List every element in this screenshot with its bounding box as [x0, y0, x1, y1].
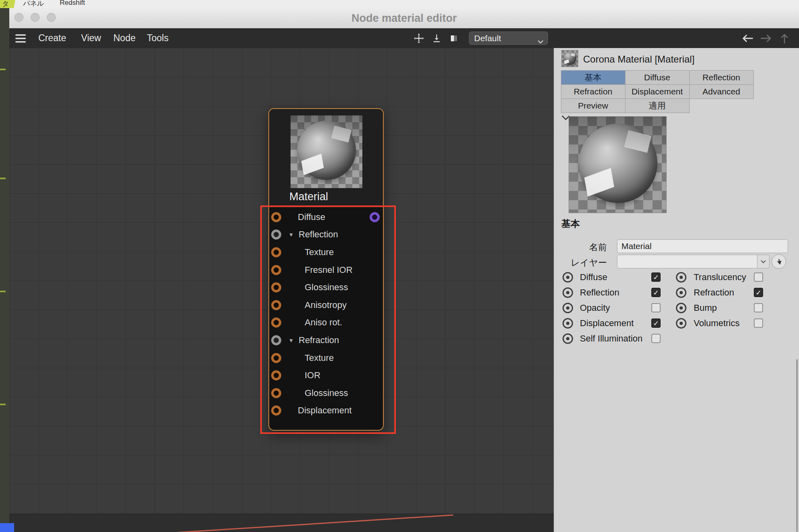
mode-dropdown[interactable]: Default — [469, 31, 548, 45]
channel-row: Self Illumination — [554, 331, 799, 346]
channel-checkbox-refraction[interactable] — [754, 288, 763, 297]
channel-label: Bump — [694, 300, 717, 316]
annotation-highlight-rectangle — [260, 205, 396, 434]
inspector-title: Corona Material [Material] — [583, 54, 694, 65]
background-tick — [0, 404, 6, 405]
channel-checkbox-bump[interactable] — [754, 303, 763, 312]
up-icon[interactable] — [778, 32, 791, 44]
background-app-edge — [0, 8, 9, 532]
tab-basic[interactable]: 基本 — [561, 70, 625, 85]
hamburger-icon[interactable] — [15, 32, 27, 44]
tab-apply[interactable]: 適用 — [625, 98, 690, 113]
tab-refraction[interactable]: Refraction — [561, 84, 625, 99]
tab-displacement[interactable]: Displacement — [625, 84, 690, 99]
shade-overlay — [569, 117, 666, 213]
material-preview — [569, 116, 667, 213]
channel-socket-icon[interactable] — [676, 318, 686, 329]
layer-dropdown-button[interactable] — [757, 255, 770, 268]
layer-pick-button[interactable] — [772, 254, 786, 269]
menu-create[interactable]: Create — [38, 28, 66, 48]
inspector-tabs: 基本 Diffuse Reflection Refraction Displac… — [561, 70, 753, 113]
channel-socket-icon[interactable] — [563, 333, 573, 344]
tab-preview[interactable]: Preview — [561, 98, 625, 113]
background-tick — [0, 69, 6, 70]
channel-row: Displacement Volumetrics — [554, 316, 799, 331]
window-title: Node material editor — [9, 8, 799, 28]
background-text: パネル — [23, 0, 44, 8]
name-input[interactable] — [617, 239, 788, 253]
channel-label: Volumetrics — [694, 316, 740, 331]
background-text: Redshift — [60, 0, 85, 7]
node-preview-thumbnail — [291, 115, 362, 188]
split-view-icon[interactable] — [448, 32, 460, 44]
forward-icon[interactable] — [760, 32, 772, 44]
channel-label: Refraction — [694, 285, 734, 300]
background-blue-rect — [0, 523, 14, 532]
channel-checkbox-opacity[interactable] — [651, 303, 661, 312]
background-tick — [0, 291, 6, 292]
channel-socket-icon[interactable] — [563, 318, 573, 329]
node-title: Material — [289, 191, 328, 203]
attribute-inspector-panel: Corona Material [Material] 基本 Diffuse Re… — [554, 48, 799, 532]
channel-label: Displacement — [580, 316, 634, 331]
layer-field-label: レイヤー — [556, 257, 607, 269]
layer-input[interactable] — [617, 255, 757, 268]
tab-diffuse[interactable]: Diffuse — [625, 70, 690, 85]
back-icon[interactable] — [741, 32, 753, 44]
channel-checkbox-volumetrics[interactable] — [754, 318, 763, 328]
window-titlebar[interactable]: Node material editor — [9, 8, 799, 29]
background-text: タ — [2, 0, 9, 8]
channel-socket-icon[interactable] — [563, 272, 573, 283]
channel-row: Opacity Bump — [554, 300, 799, 316]
channel-checkbox-grid: Diffuse Translucency Reflection Refracti… — [554, 270, 799, 346]
move-tool-icon[interactable] — [413, 32, 425, 44]
menu-node[interactable]: Node — [113, 28, 136, 48]
menu-bar: Create View Node Tools Default — [9, 28, 799, 48]
menu-view[interactable]: View — [81, 28, 101, 48]
channel-checkbox-translucency[interactable] — [754, 272, 763, 282]
channel-label: Reflection — [580, 285, 619, 300]
channel-row: Diffuse Translucency — [554, 270, 799, 285]
material-sphere — [563, 52, 577, 65]
menu-tools[interactable]: Tools — [147, 28, 169, 48]
mode-dropdown-value: Default — [474, 32, 501, 44]
channel-socket-icon[interactable] — [563, 287, 573, 298]
chevron-down-icon — [761, 260, 766, 264]
tab-advanced[interactable]: Advanced — [689, 84, 754, 99]
channel-checkbox-displacement[interactable] — [651, 318, 661, 328]
channel-row: Reflection Refraction — [554, 285, 799, 300]
canvas-bottom-strip — [9, 514, 554, 532]
scrollbar[interactable] — [796, 359, 798, 532]
shade-overlay — [291, 115, 362, 188]
background-tick — [0, 178, 6, 179]
name-field-label: 名前 — [556, 241, 607, 253]
material-icon — [561, 50, 578, 67]
channel-checkbox-self-illumination[interactable] — [651, 334, 661, 343]
channel-socket-icon[interactable] — [676, 287, 686, 298]
section-header: 基本 — [561, 218, 580, 230]
background-app-strip: タ パネル Redshift — [0, 0, 799, 8]
tab-reflection[interactable]: Reflection — [689, 70, 754, 85]
chevron-down-icon — [538, 36, 544, 46]
channel-socket-icon[interactable] — [676, 272, 686, 283]
channel-label: Self Illumination — [580, 331, 642, 346]
red-diagonal-line — [9, 514, 554, 532]
pointer-arrow-icon — [774, 257, 783, 266]
channel-socket-icon[interactable] — [563, 303, 573, 313]
channel-label: Translucency — [694, 270, 746, 285]
channel-checkbox-diffuse[interactable] — [651, 272, 661, 282]
dock-arrow-icon[interactable] — [431, 32, 443, 44]
channel-label: Opacity — [580, 300, 610, 316]
channel-socket-icon[interactable] — [676, 303, 686, 313]
channel-checkbox-reflection[interactable] — [651, 288, 661, 297]
channel-label: Diffuse — [580, 270, 607, 285]
